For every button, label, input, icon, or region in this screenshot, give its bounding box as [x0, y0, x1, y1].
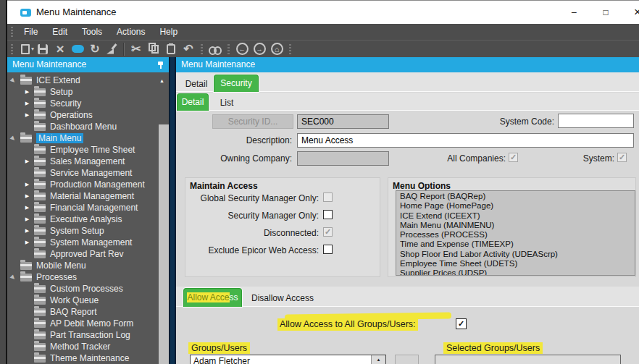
- tree-item-service-management[interactable]: Service Management: [7, 167, 169, 179]
- menu-help[interactable]: Help: [152, 27, 185, 37]
- description-field[interactable]: Menu Access: [297, 133, 634, 148]
- maximize-button[interactable]: □: [591, 1, 620, 24]
- collapsed-arrow-icon[interactable]: [23, 193, 31, 199]
- menu-option-item[interactable]: Employee Time Sheet (UDETS): [400, 259, 635, 268]
- tab-list[interactable]: List: [212, 96, 241, 110]
- tree-item-material-management[interactable]: Material Management: [7, 190, 169, 202]
- menu-file[interactable]: File: [17, 27, 45, 37]
- tree-item-production-management[interactable]: Production Management: [7, 179, 169, 190]
- collapsed-arrow-icon[interactable]: [23, 205, 31, 211]
- comment-icon[interactable]: [69, 41, 86, 57]
- listbox-scroll-up-icon[interactable]: ▲: [371, 355, 385, 364]
- collapsed-arrow-icon[interactable]: [23, 182, 31, 187]
- grip-handle[interactable]: [11, 44, 13, 54]
- collapsed-arrow-icon[interactable]: [23, 89, 31, 95]
- tree-item-work-queue[interactable]: Work Queue: [7, 295, 169, 306]
- selected-groups-listbox[interactable]: [435, 355, 621, 364]
- tab-disallow-access[interactable]: Disallow Access: [245, 290, 320, 307]
- allow-all-checkbox[interactable]: [456, 318, 467, 329]
- tree-item-system-management[interactable]: System Management: [7, 237, 169, 248]
- menu-option-item[interactable]: BAQ Report (BAQRep): [400, 192, 635, 201]
- tab-allow-access[interactable]: Allow Access: [183, 288, 242, 307]
- paste-icon[interactable]: [162, 41, 180, 57]
- folder-icon: [34, 320, 46, 328]
- tree-item-ap-debit-memo-form[interactable]: AP Debit Memo Form: [7, 318, 169, 329]
- menu-option-item[interactable]: Processes (PROCESS): [400, 230, 635, 240]
- tree-item-method-tracker[interactable]: Method Tracker: [7, 341, 169, 352]
- collapsed-arrow-icon[interactable]: [23, 240, 31, 245]
- copy-icon[interactable]: [145, 41, 162, 57]
- system-code-field[interactable]: [558, 114, 634, 128]
- delete-icon[interactable]: ×: [51, 41, 69, 57]
- groups-users-listbox[interactable]: Adam Fletcher ▲: [190, 355, 386, 364]
- tree-item-executive-analysis[interactable]: Executive Analysis: [7, 213, 169, 225]
- menu-option-item[interactable]: Home Page (HomePage): [400, 201, 635, 211]
- cut-icon[interactable]: ✂: [128, 41, 145, 57]
- tree-item-processes[interactable]: Processes: [7, 271, 169, 283]
- close-button[interactable]: ×: [623, 1, 639, 24]
- tree-item-main-menu[interactable]: Main Menu: [7, 132, 169, 144]
- back-icon[interactable]: ←: [233, 41, 251, 57]
- tree-item-part-transaction-log[interactable]: Part Transaction Log: [7, 329, 169, 341]
- search-icon[interactable]: [206, 41, 224, 57]
- expanded-arrow-icon[interactable]: [9, 135, 17, 142]
- tab-detail-outer[interactable]: Detail: [180, 77, 212, 92]
- tree-scroll-up-icon[interactable]: ▲: [159, 78, 164, 83]
- tree-item-theme-maintenance[interactable]: Theme Maintenance: [7, 352, 169, 364]
- tree-item-label: Mobile Menu: [36, 261, 86, 271]
- expanded-arrow-icon[interactable]: [9, 274, 17, 281]
- menu-option-item[interactable]: Shop Floor End Labor Activity (UDEAScrp): [400, 250, 635, 259]
- tree-item-operations[interactable]: Operations: [7, 109, 169, 121]
- tab-detail-inner[interactable]: Detail: [177, 93, 209, 111]
- menu-option-item[interactable]: Supplier Prices (UDSP): [400, 268, 635, 276]
- collapsed-arrow-icon[interactable]: [23, 158, 31, 164]
- panel-divider[interactable]: [169, 57, 176, 364]
- background-window-strip: [0, 0, 7, 364]
- tree-item-financial-management[interactable]: Financial Management: [7, 202, 169, 213]
- tree-scrollbar-thumb[interactable]: [159, 124, 169, 364]
- groups-users-item[interactable]: Adam Fletcher: [191, 355, 385, 364]
- tree-item-security[interactable]: Security: [7, 98, 169, 109]
- tree-item-mobile-menu[interactable]: Mobile Menu: [7, 260, 169, 271]
- tree-item-custom-processes[interactable]: Custom Processes: [7, 283, 169, 295]
- clear-icon[interactable]: [104, 41, 121, 57]
- folder-icon: [34, 285, 46, 293]
- move-selection-button[interactable]: [395, 355, 419, 364]
- menu-actions[interactable]: Actions: [109, 27, 152, 37]
- save-icon[interactable]: [34, 41, 51, 57]
- grip-handle[interactable]: [289, 44, 291, 54]
- menu-tools[interactable]: Tools: [75, 27, 109, 37]
- home-icon[interactable]: ⌂: [268, 41, 285, 57]
- expanded-arrow-icon[interactable]: [9, 77, 17, 84]
- collapsed-arrow-icon[interactable]: [23, 228, 31, 234]
- security-manager-only-checkbox[interactable]: [323, 210, 333, 219]
- menu-edit[interactable]: Edit: [45, 27, 75, 37]
- exclude-epicor-web-checkbox[interactable]: [323, 245, 333, 254]
- security-id-button[interactable]: Security ID...: [212, 114, 293, 129]
- tab-security[interactable]: Security: [214, 75, 259, 92]
- menu-options-listbox[interactable]: BAQ Report (BAQRep) Home Page (HomePage)…: [396, 190, 635, 276]
- grip-handle[interactable]: [227, 44, 230, 54]
- grip-handle[interactable]: [201, 44, 203, 54]
- collapsed-arrow-icon[interactable]: [23, 216, 31, 222]
- tree-item-approved-part-rev[interactable]: Approved Part Rev: [7, 248, 169, 260]
- tree-item-system-setup[interactable]: System Setup: [7, 225, 169, 237]
- minimize-button[interactable]: −: [559, 1, 588, 24]
- menu-option-item[interactable]: Time and Expense (TIMEEXP): [400, 240, 635, 249]
- collapsed-arrow-icon[interactable]: [23, 101, 31, 106]
- tree-item-dashboard-menu[interactable]: Dashboard Menu: [7, 121, 169, 132]
- tree-item-baq-report[interactable]: BAQ Report: [7, 306, 169, 318]
- forward-icon[interactable]: →: [251, 41, 268, 57]
- collapsed-arrow-icon[interactable]: [23, 112, 31, 118]
- tree-item-setup[interactable]: Setup: [7, 86, 169, 98]
- tree-item-ice-extend[interactable]: ICE Extend: [7, 75, 169, 86]
- pin-icon[interactable]: [157, 61, 164, 69]
- tree-item-sales-management[interactable]: Sales Management: [7, 156, 169, 167]
- undo-icon[interactable]: ↶: [180, 41, 197, 57]
- grip-handle[interactable]: [11, 27, 13, 37]
- refresh-icon[interactable]: ↻: [86, 41, 104, 57]
- menu-option-item[interactable]: ICE Extend (ICEEXT): [400, 211, 635, 221]
- tree-item-employee-time-sheet[interactable]: Employee Time Sheet: [7, 144, 169, 156]
- menu-option-item[interactable]: Main Menu (MAINMENU): [400, 221, 635, 230]
- new-icon[interactable]: [17, 41, 34, 57]
